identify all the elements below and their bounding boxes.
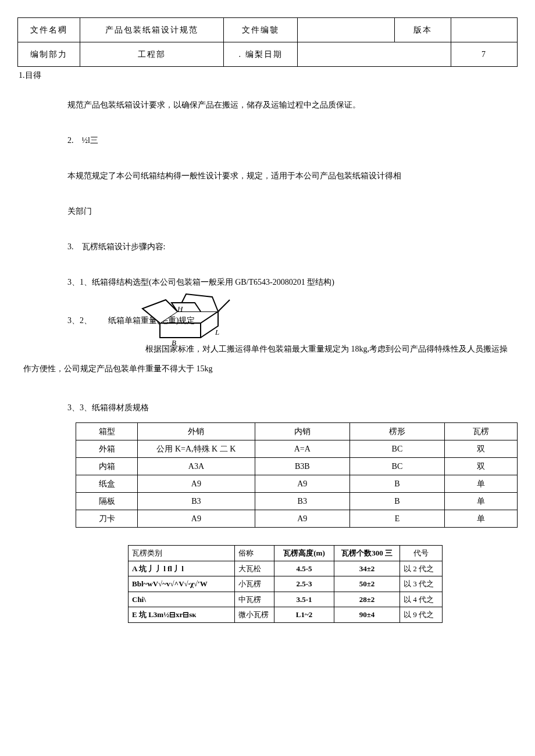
table-row: E 坑 L3m½⊟xr⊟sκ微小瓦楞L1~290±4以 9 代之	[129, 607, 443, 623]
hdr-page: 7	[451, 42, 518, 67]
fl-h-2: 瓦楞高度(m)	[274, 546, 334, 561]
hdr-file-name: 产品包装纸箱设计规范	[80, 18, 224, 42]
section-2-body-1: 本规范规定了本公司纸箱结构得一般性设计要求，规定，适用于本公司产品包装纸箱设计得…	[67, 170, 518, 182]
fl-h-1: 俗称	[235, 546, 274, 561]
mat-h-3: 楞形	[349, 423, 444, 440]
fl-h-3: 瓦楞个数300 三	[334, 546, 400, 561]
table-row: 外箱公用 K=A,特殊 K 二 KA=ABC双	[76, 440, 518, 458]
material-table: 箱型 外销 内销 楞形 瓦楞 外箱公用 K=A,特殊 K 二 KA=ABC双 内…	[76, 422, 518, 528]
section-3-3-heading: 3、3、纸箱得材质规格	[67, 402, 518, 414]
section-3-2-body: 根据国家标准，对人工搬运得单件包装箱最大重量规定为 18kg,考虑到公司产品得特…	[23, 339, 512, 378]
section-3-heading: 3. 瓦楞纸箱设计步骤内容:	[67, 241, 518, 253]
fl-h-0: 瓦楞类别	[129, 546, 235, 561]
hdr-version	[451, 18, 518, 42]
hdr-doc-no	[298, 18, 395, 42]
diagram-label-b: B	[172, 338, 176, 346]
table-row: Chi\中瓦楞3.5-128±2以 4 代之	[129, 592, 443, 607]
mat-h-0: 箱型	[76, 423, 138, 440]
hdr-dept: 工程部	[80, 42, 224, 67]
table-row: 纸盒A9A9B单	[76, 475, 518, 493]
section-2-heading: 2. ½l三	[67, 134, 518, 146]
table-row: 刀卡A9A9E单	[76, 510, 518, 528]
hdr-dept-label: 编制部力	[18, 42, 80, 67]
table-row: A 坑 丿丿l fl 丿l大瓦松4.5-534±2以 2 代之	[129, 561, 443, 576]
table-row: Bbl~wV√~v√^V√·χ√'W小瓦楞2.5-350±2以 3 代之	[129, 576, 443, 592]
hdr-doc-no-label: 文件编虢	[224, 18, 298, 42]
diagram-label-l: L	[215, 328, 219, 336]
hdr-version-label: 版本	[395, 18, 451, 42]
table-row: 隔板B3B3B单	[76, 493, 518, 510]
header-table: 文件名稠 产品包装纸箱设计规范 文件编虢 版本 编制部力 工程部 . 编梨日期 …	[17, 17, 518, 67]
mat-h-1: 外销	[138, 423, 255, 440]
section-1-heading: 1.目得	[19, 69, 518, 81]
hdr-file-name-label: 文件名稠	[18, 18, 80, 42]
fl-h-4: 代号	[400, 546, 443, 561]
section-3-1-heading: 3、1、纸箱得结构选型(本公司包装箱一般采用 GB/T6543-20080201…	[67, 276, 512, 288]
section-1-body: 规范产品包装纸箱设计要求，以确保产品在搬运，储存及运输过程中之品质保证。	[67, 99, 518, 111]
section-2-body-2: 关部门	[67, 205, 518, 217]
box-diagram: H B L	[137, 277, 236, 346]
mat-h-2: 内销	[255, 423, 349, 440]
hdr-date	[298, 42, 451, 67]
mat-h-4: 瓦楞	[444, 423, 517, 440]
hdr-date-label: . 编梨日期	[224, 42, 298, 67]
table-row: 内箱A3AB3BBC双	[76, 458, 518, 475]
diagram-label-h: H	[177, 304, 183, 313]
flute-table: 瓦楞类别 俗称 瓦楞高度(m) 瓦楞个数300 三 代号 A 坑 丿丿l fl …	[128, 545, 443, 623]
